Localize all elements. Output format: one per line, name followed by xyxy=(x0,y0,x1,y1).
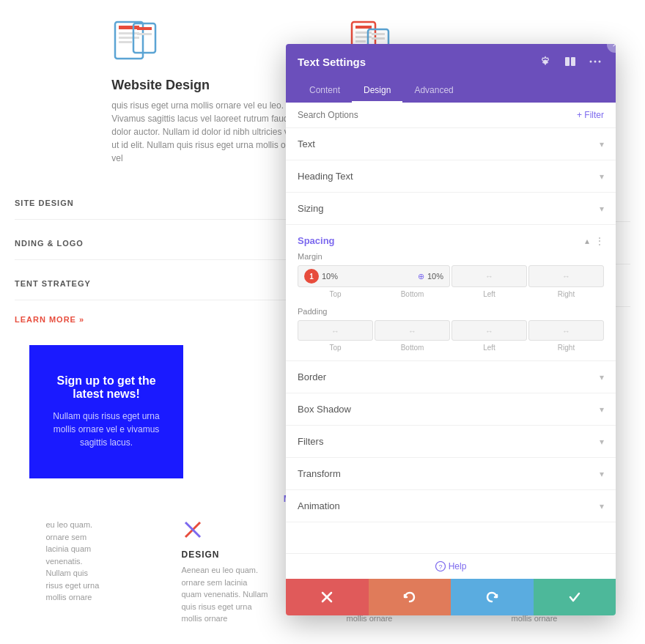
service-item-2: NDING & LOGO + xyxy=(15,227,315,260)
filter-button[interactable]: + Filter xyxy=(577,110,604,120)
settings-panel: × Text Settings xyxy=(286,44,616,615)
chevron-icon-text: ▾ xyxy=(600,139,604,149)
tab-content[interactable]: Content xyxy=(298,79,352,103)
padding-labels-row: Top Bottom Left Right xyxy=(298,344,604,352)
chevron-icon-border: ▾ xyxy=(600,372,604,382)
search-input[interactable] xyxy=(298,110,577,120)
padding-label: Padding xyxy=(298,307,604,316)
svg-rect-12 xyxy=(355,40,366,42)
spacing-label: Spacing xyxy=(298,235,335,246)
action-bar xyxy=(286,579,616,615)
svg-rect-4 xyxy=(119,41,132,43)
margin-bottom-label: Bottom xyxy=(375,290,450,298)
undo-button[interactable] xyxy=(369,579,452,615)
svg-rect-3 xyxy=(119,37,139,39)
margin-left-input[interactable]: ↔ xyxy=(452,265,527,287)
margin-right-label: Right xyxy=(528,290,604,298)
section-row-border[interactable]: Border ▾ xyxy=(286,361,616,393)
tab-design[interactable]: Design xyxy=(352,79,402,103)
redo-button[interactable] xyxy=(451,579,534,615)
margin-right-value: ↔ xyxy=(562,272,570,281)
svg-rect-2 xyxy=(119,32,139,34)
panel-search: + Filter xyxy=(286,103,616,128)
margin-top-value: 10% xyxy=(322,272,415,281)
help-text: Help xyxy=(449,561,467,571)
save-button[interactable] xyxy=(534,579,616,615)
section-row-text[interactable]: Text ▾ xyxy=(286,128,616,160)
tab-advanced[interactable]: Advanced xyxy=(402,79,465,103)
section-label-box-shadow: Box Shadow xyxy=(298,404,351,415)
margin-labels-row: Top Bottom Left Right xyxy=(298,290,604,298)
section-row-box-shadow[interactable]: Box Shadow ▾ xyxy=(286,393,616,426)
service-label-1: SITE DESIGN xyxy=(15,199,74,207)
redo-icon xyxy=(485,591,498,604)
svg-point-29 xyxy=(590,61,592,63)
section-row-filters[interactable]: Filters ▾ xyxy=(286,426,616,458)
chevron-icon-animation: ▾ xyxy=(600,501,604,511)
padding-right-value: ↔ xyxy=(562,327,570,336)
section-label-border: Border xyxy=(298,371,326,382)
learn-more-1[interactable]: LEARN MORE » xyxy=(15,308,315,331)
cancel-icon xyxy=(320,591,333,604)
section-label-heading-text: Heading Text xyxy=(298,171,353,182)
section-row-transform[interactable]: Transform ▾ xyxy=(286,458,616,490)
svg-text:?: ? xyxy=(438,563,442,571)
margin-inputs-row: 1 10% ⊕ 10% ↔ ↔ xyxy=(298,265,604,287)
margin-link-icon[interactable]: ⊕ xyxy=(418,272,424,281)
section-label-text: Text xyxy=(298,138,315,149)
padding-bottom-col: Bottom xyxy=(375,344,450,352)
spacing-collapse-icon[interactable]: ▴ xyxy=(585,236,589,246)
padding-section: Padding ↔ ↔ ↔ ↔ Top xyxy=(286,307,616,360)
padding-top-input[interactable]: ↔ xyxy=(298,320,373,341)
padding-bottom-value: ↔ xyxy=(408,327,416,336)
columns-icon[interactable] xyxy=(561,53,579,70)
padding-inputs-row: ↔ ↔ ↔ ↔ xyxy=(298,320,604,341)
svg-point-30 xyxy=(594,61,597,63)
padding-left-input[interactable]: ↔ xyxy=(452,320,527,341)
svg-rect-15 xyxy=(372,37,385,40)
save-check-icon xyxy=(568,591,581,604)
newsletter-text: Nullam quis risus eget urna mollis ornar… xyxy=(51,410,161,449)
margin-section: Margin 1 10% ⊕ 10% ↔ xyxy=(286,252,616,307)
section-row-heading-text[interactable]: Heading Text ▾ xyxy=(286,160,616,193)
svg-rect-11 xyxy=(355,36,372,38)
section-label-animation: Animation xyxy=(298,500,340,511)
more-options-icon[interactable] xyxy=(586,53,604,70)
margin-right-input[interactable]: ↔ xyxy=(528,265,604,287)
newsletter-section: Sign up to get the latest news! Nullam q… xyxy=(29,345,183,478)
panel-body: Text ▾ Heading Text ▾ Sizing ▾ Spacing ▴… xyxy=(286,128,616,553)
spacing-header-right: ▴ ⋮ xyxy=(585,236,604,246)
margin-label: Margin xyxy=(298,252,604,261)
services-col-left: SITE DESIGN + NDING & LOGO + TENT STRATE… xyxy=(15,187,315,338)
svg-rect-6 xyxy=(137,27,152,30)
svg-point-31 xyxy=(599,61,601,63)
padding-right-col: Right xyxy=(528,344,604,352)
panel-tabs: Content Design Advanced xyxy=(286,79,616,103)
padding-top-col: Top xyxy=(298,344,373,352)
section-label-sizing: Sizing xyxy=(298,203,323,214)
padding-bottom-input[interactable]: ↔ xyxy=(375,320,450,341)
extra-col: eu leo quam. ornare sem lacinia quam ven… xyxy=(46,519,105,625)
cancel-button[interactable] xyxy=(286,579,369,615)
padding-right-input[interactable]: ↔ xyxy=(528,320,604,341)
process-item-design: DESIGN Aenean eu leo quam. ornare sem la… xyxy=(182,519,270,625)
section-row-sizing[interactable]: Sizing ▾ xyxy=(286,193,616,225)
section-label-filters: Filters xyxy=(298,436,323,447)
padding-top-value: ↔ xyxy=(331,327,339,336)
extra-text: eu leo quam. ornare sem lacinia quam ven… xyxy=(46,519,105,604)
padding-left-col: Left xyxy=(452,344,527,352)
panel-footer: ? Help xyxy=(286,553,616,579)
padding-left-value: ↔ xyxy=(485,327,493,336)
chevron-icon-transform: ▾ xyxy=(600,469,604,479)
panel-header: Text Settings xyxy=(286,44,616,79)
panel-title: Text Settings xyxy=(298,56,366,68)
chevron-icon-heading: ▾ xyxy=(600,171,604,182)
section-row-animation[interactable]: Animation ▾ xyxy=(286,490,616,522)
chevron-icon-box-shadow: ▾ xyxy=(600,404,604,415)
settings-gear-icon[interactable] xyxy=(537,53,554,70)
svg-rect-7 xyxy=(137,33,152,35)
help-link[interactable]: ? Help xyxy=(435,561,467,571)
margin-top-input[interactable]: 1 10% ⊕ 10% xyxy=(298,265,450,287)
spacing-more-icon[interactable]: ⋮ xyxy=(595,236,604,246)
margin-number-badge: 1 xyxy=(304,269,319,284)
